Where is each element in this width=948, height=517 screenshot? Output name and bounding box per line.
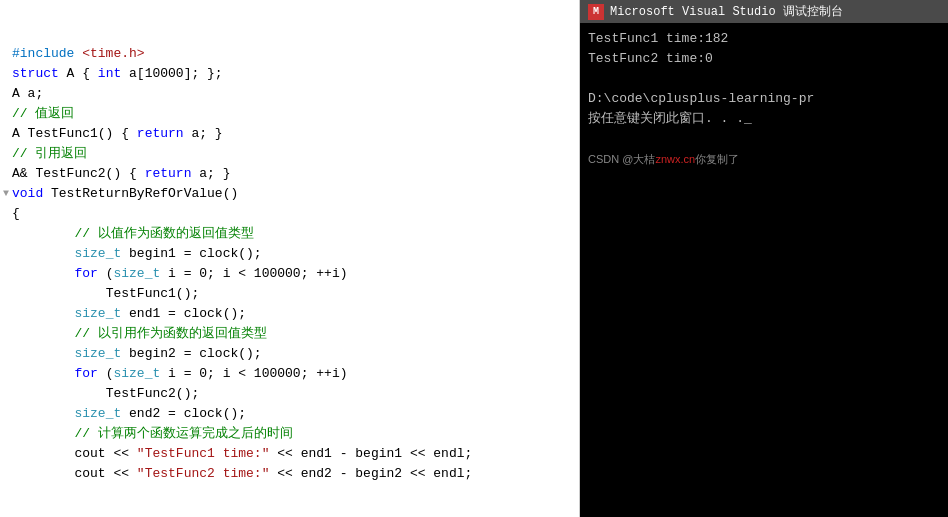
token-kw-blue: for xyxy=(74,264,97,284)
code-line: // 计算两个函数运算完成之后的时间 xyxy=(0,424,579,444)
console-title: Microsoft Visual Studio 调试控制台 xyxy=(610,3,843,20)
token-plain: ( xyxy=(98,264,114,284)
token-kw-blue: return xyxy=(137,124,184,144)
token-plain: begin1 = clock(); xyxy=(121,244,261,264)
indent-space xyxy=(12,384,106,404)
token-type: size_t xyxy=(74,304,121,324)
token-kw-blue: struct xyxy=(12,64,59,84)
code-line: #include <time.h> xyxy=(0,44,579,64)
indent-space xyxy=(12,464,74,484)
token-comment: // 以引用作为函数的返回值类型 xyxy=(74,324,266,344)
token-type: size_t xyxy=(74,244,121,264)
token-comment: // 计算两个函数运算完成之后的时间 xyxy=(74,424,292,444)
indent-space xyxy=(12,244,74,264)
token-plain: cout << xyxy=(74,444,136,464)
token-plain: A a; xyxy=(12,84,43,104)
token-plain: a[10000]; }; xyxy=(121,64,222,84)
token-plain: end1 = clock(); xyxy=(121,304,246,324)
code-content: #include <time.h>struct A { int a[10000]… xyxy=(0,0,579,488)
token-plain: TestReturnByRefOrValue() xyxy=(43,184,238,204)
token-type: size_t xyxy=(113,364,160,384)
token-plain: A { xyxy=(59,64,98,84)
console-body: TestFunc1 time:182TestFunc2 time:0D:\cod… xyxy=(580,23,948,517)
console-line: D:\code\cplusplus-learning-pr xyxy=(588,89,940,109)
token-kw-blue: int xyxy=(98,64,121,84)
token-plain: ( xyxy=(98,364,114,384)
token-plain: i = 0; i < 100000; ++i) xyxy=(160,364,347,384)
token-comment: // 以值作为函数的返回值类型 xyxy=(74,224,253,244)
code-line: A a; xyxy=(0,84,579,104)
token-plain: a; } xyxy=(191,164,230,184)
code-line: cout << "TestFunc1 time:" << end1 - begi… xyxy=(0,444,579,464)
token-plain: A& TestFunc2() { xyxy=(12,164,145,184)
token-plain: << end1 - begin1 << endl; xyxy=(269,444,472,464)
console-icon: M xyxy=(588,4,604,20)
token-type: size_t xyxy=(74,344,121,364)
token-plain: i = 0; i < 100000; ++i) xyxy=(160,264,347,284)
token-include-str: <time.h> xyxy=(82,44,144,64)
code-line: TestFunc1(); xyxy=(0,284,579,304)
code-line: // 值返回 xyxy=(0,104,579,124)
code-line: // 以值作为函数的返回值类型 xyxy=(0,224,579,244)
code-line: size_t end2 = clock(); xyxy=(0,404,579,424)
code-line: { xyxy=(0,204,579,224)
console-line: TestFunc1 time:182 xyxy=(588,29,940,49)
indent-space xyxy=(12,224,74,244)
token-plain: { xyxy=(12,204,20,224)
code-line: // 引用返回 xyxy=(0,144,579,164)
indent-space xyxy=(12,284,106,304)
console-line xyxy=(588,69,940,89)
code-line: // 以引用作为函数的返回值类型 xyxy=(0,324,579,344)
code-line: for (size_t i = 0; i < 100000; ++i) xyxy=(0,364,579,384)
token-string: "TestFunc1 time:" xyxy=(137,444,270,464)
indent-space xyxy=(12,304,74,324)
indent-space xyxy=(12,424,74,444)
code-line: TestFunc2(); xyxy=(0,384,579,404)
indent-space xyxy=(12,444,74,464)
token-type: size_t xyxy=(113,264,160,284)
code-line: for (size_t i = 0; i < 100000; ++i) xyxy=(0,264,579,284)
console-line: 按任意键关闭此窗口. . ._ xyxy=(588,109,940,129)
token-plain: A TestFunc1() { xyxy=(12,124,137,144)
console-line: TestFunc2 time:0 xyxy=(588,49,940,69)
code-line: ▼void TestReturnByRefOrValue() xyxy=(0,184,579,204)
code-line: size_t begin1 = clock(); xyxy=(0,244,579,264)
token-comment: // 值返回 xyxy=(12,104,74,124)
collapse-arrow: ▼ xyxy=(0,184,12,204)
token-plain: cout << xyxy=(74,464,136,484)
token-plain: TestFunc1(); xyxy=(106,284,200,304)
watermark: CSDN @大桔znwx.cn你复制了 xyxy=(588,149,940,169)
indent-space xyxy=(12,344,74,364)
token-plain: begin2 = clock(); xyxy=(121,344,261,364)
token-plain: end2 = clock(); xyxy=(121,404,246,424)
code-line: cout << "TestFunc2 time:" << end2 - begi… xyxy=(0,464,579,484)
indent-space xyxy=(12,264,74,284)
token-plain: TestFunc2(); xyxy=(106,384,200,404)
console-titlebar: M Microsoft Visual Studio 调试控制台 xyxy=(580,0,948,23)
token-kw-blue: for xyxy=(74,364,97,384)
token-kw-blue: return xyxy=(145,164,192,184)
indent-space xyxy=(12,364,74,384)
console-panel: M Microsoft Visual Studio 调试控制台 TestFunc… xyxy=(580,0,948,517)
token-type: size_t xyxy=(74,404,121,424)
token-string: "TestFunc2 time:" xyxy=(137,464,270,484)
code-line: struct A { int a[10000]; }; xyxy=(0,64,579,84)
token-comment: // 引用返回 xyxy=(12,144,87,164)
code-line: size_t begin2 = clock(); xyxy=(0,344,579,364)
code-line: size_t end1 = clock(); xyxy=(0,304,579,324)
indent-space xyxy=(12,404,74,424)
token-preprocessor: #include xyxy=(12,44,82,64)
token-kw-blue: void xyxy=(12,184,43,204)
indent-space xyxy=(12,324,74,344)
code-editor[interactable]: #include <time.h>struct A { int a[10000]… xyxy=(0,0,580,517)
token-plain: << end2 - begin2 << endl; xyxy=(269,464,472,484)
token-plain: a; } xyxy=(184,124,223,144)
code-line: A& TestFunc2() { return a; } xyxy=(0,164,579,184)
code-line: A TestFunc1() { return a; } xyxy=(0,124,579,144)
